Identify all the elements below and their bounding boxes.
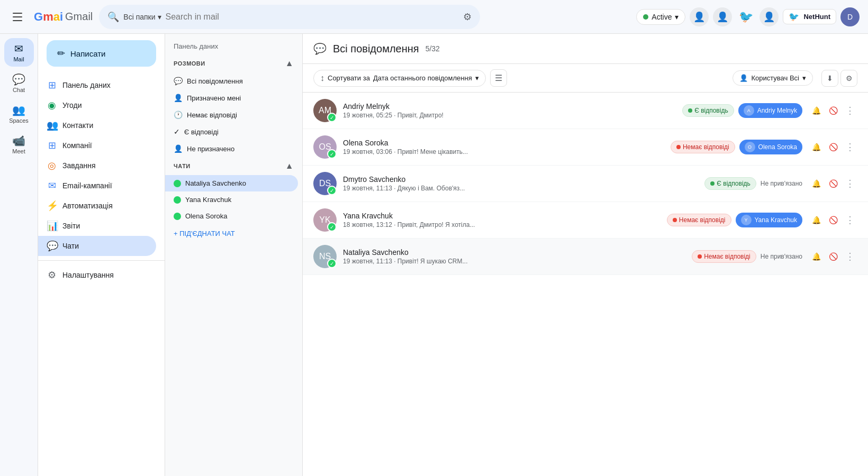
settings-icon: ⚙ — [47, 269, 57, 281]
conv-info: Dmytro Savchenko 19 жовтня, 11:13 · Дяку… — [343, 175, 698, 192]
status-badge[interactable]: Active ▾ — [636, 9, 685, 25]
filter-button[interactable]: ☰ — [490, 69, 507, 87]
unlink-icon-btn[interactable]: 🚫 — [826, 176, 840, 191]
sidebar-item-spaces[interactable]: 👥 Spaces — [4, 99, 34, 128]
user-avatar-1[interactable]: 👤 — [690, 7, 709, 26]
sidebar-item-mail[interactable]: ✉ Mail — [4, 38, 34, 67]
sort-button[interactable]: ↕ Сортувати за Дата останнього повідомле… — [313, 70, 486, 87]
mid-nav-tasks[interactable]: ◎ Завдання — [38, 155, 156, 176]
mid-nav-contacts[interactable]: 👥 Контакти — [38, 115, 156, 135]
conv-not-assigned[interactable]: 👤 Не призначено — [165, 140, 298, 157]
gmail-m-logo: Gmai — [34, 10, 63, 24]
mid-nav-reports[interactable]: 📊 Звіти — [38, 216, 156, 236]
chat-item-olena[interactable]: Olena Soroka — [165, 208, 298, 224]
assign-icon-btn[interactable]: 🔔 — [809, 249, 824, 264]
toolbar-icons: ⬇ ⚙ — [821, 70, 857, 87]
assign-icon-btn[interactable]: 🔔 — [809, 103, 824, 118]
email-campaigns-icon: ✉ — [47, 180, 57, 191]
row-actions: 🔔 🚫 ⋮ — [809, 140, 857, 154]
row-actions: 🔔 🚫 ⋮ — [809, 103, 857, 118]
mid-nav-reports-label: Звіти — [62, 222, 80, 230]
assigned-badge[interactable]: O Olena Soroka — [739, 140, 802, 154]
section-header-conversations[interactable]: РОЗМОВИ ▲ — [165, 54, 302, 72]
spaces-icon: 👥 — [12, 104, 25, 116]
whatsapp-dot-yana — [174, 196, 181, 204]
table-row[interactable]: OS ✓ Olena Soroka 19 жовтня, 03:06 · При… — [303, 129, 868, 166]
mid-nav-settings[interactable]: ⚙ Налаштування — [38, 265, 156, 285]
add-chat-button[interactable]: + ПІД'ЄДНАТИ ЧАТ — [165, 224, 302, 243]
status-pill-label: Немає відповіді — [683, 143, 729, 151]
section-chats-label: ЧАТИ — [174, 163, 191, 169]
status-pill-dot — [673, 218, 677, 222]
gmail-logo: Gmai Gmail — [34, 10, 93, 24]
assigned-name: Olena Soroka — [758, 143, 797, 151]
menu-button[interactable] — [8, 7, 28, 26]
conv-preview: 19 жовтня, 11:13 · Дякую і Вам. Обов'яз.… — [343, 185, 698, 192]
sidebar-item-meet[interactable]: 📹 Meet — [4, 130, 34, 159]
search-bar: 🔍 Всі папки ▾ ⚙ — [99, 5, 480, 29]
assigned-badge[interactable]: Y Yana Kravchuk — [736, 213, 803, 227]
mid-nav-dashboard[interactable]: ⊞ Панель даних — [38, 75, 156, 95]
assign-icon-btn[interactable]: 🔔 — [809, 176, 824, 191]
assigned-avatar: O — [745, 142, 755, 152]
more-options-button[interactable]: ⋮ — [843, 140, 857, 154]
more-options-button[interactable]: ⋮ — [843, 176, 857, 191]
table-row[interactable]: YK ✓ Yana Kravchuk 18 жовтня, 13:12 · Пр… — [303, 202, 868, 239]
assign-icon-btn[interactable]: 🔔 — [809, 140, 824, 154]
avatar-wrap: OS ✓ — [313, 135, 337, 159]
conv-meta: Немає відповіді Не прив'язано — [692, 250, 802, 263]
nethunt-bird-icon[interactable]: 🐦 — [736, 7, 755, 26]
chevron-down-icon: ▾ — [675, 13, 679, 21]
compose-button[interactable]: ✏ Написати — [47, 40, 156, 67]
mid-nav-chats[interactable]: 💬 Чати — [38, 236, 156, 256]
more-options-button[interactable]: ⋮ — [843, 103, 857, 118]
main-user-avatar[interactable]: D — [840, 7, 860, 26]
conv-has-reply[interactable]: ✓ Є відповіді — [165, 123, 298, 140]
table-row[interactable]: NS ✓ Nataliya Savchenko 19 жовтня, 11:13… — [303, 239, 868, 275]
chat-item-nataliya[interactable]: Nataliya Savchenko — [165, 175, 298, 191]
mid-nav-email-campaigns[interactable]: ✉ Email-кампанії — [38, 176, 156, 196]
whatsapp-badge: ✓ — [327, 113, 337, 122]
assigned-name: Yana Kravchuk — [755, 216, 798, 224]
table-row[interactable]: DS ✓ Dmytro Savchenko 19 жовтня, 11:13 ·… — [303, 166, 868, 202]
download-icon-btn[interactable]: ⬇ — [821, 70, 838, 87]
section-header-chats[interactable]: ЧАТИ ▲ — [165, 157, 302, 175]
conv-no-reply[interactable]: 🕐 Немає відповіді — [165, 106, 298, 123]
chat-item-yana[interactable]: Yana Kravchuk — [165, 191, 298, 208]
unlink-icon-btn[interactable]: 🚫 — [826, 249, 840, 264]
conv-name: Andriy Melnyk — [343, 102, 676, 111]
user-filter-dropdown[interactable]: 👤 Користувач Всі ▾ — [733, 70, 813, 86]
chat-item-olena-label: Olena Soroka — [185, 212, 228, 220]
avatar-wrap: DS ✓ — [313, 172, 337, 195]
all-folders-dropdown[interactable]: Всі папки ▾ — [123, 13, 161, 21]
mid-nav-automation[interactable]: ⚡ Автоматизація — [38, 196, 156, 216]
mid-nav-tasks-label: Завдання — [62, 161, 96, 170]
status-pill-label: Є відповідь — [717, 180, 750, 187]
assign-icon-btn[interactable]: 🔔 — [809, 213, 824, 227]
user-filter-label: Користувач Всі — [751, 74, 799, 82]
more-options-button[interactable]: ⋮ — [843, 249, 857, 264]
mid-nav-settings-label: Налаштування — [62, 271, 114, 279]
sidebar-item-chat[interactable]: 💬 Chat — [4, 69, 34, 97]
nethunt-brand[interactable]: 🐦 NetHunt — [783, 9, 836, 24]
search-input[interactable] — [166, 12, 459, 22]
mid-nav-companies[interactable]: ⊞ Компанії — [38, 135, 156, 155]
user-avatar-3[interactable]: 👤 — [760, 7, 779, 26]
conv-all-messages[interactable]: 💬 Всі повідомлення — [165, 72, 298, 89]
filter-icon[interactable]: ⚙ — [463, 11, 472, 23]
more-options-button[interactable]: ⋮ — [843, 213, 857, 227]
table-row[interactable]: AM ✓ Andriy Melnyk 19 жовтня, 05:25 · Пр… — [303, 93, 868, 129]
unlink-icon-btn[interactable]: 🚫 — [826, 140, 840, 154]
gear-icon-btn[interactable]: ⚙ — [840, 70, 857, 87]
user-avatar-2[interactable]: 👤 — [713, 7, 732, 26]
mid-nav-deals[interactable]: ◉ Угоди — [38, 95, 156, 115]
conv-all-messages-label: Всі повідомлення — [187, 77, 243, 85]
unlink-icon-btn[interactable]: 🚫 — [826, 213, 840, 227]
unlink-icon-btn[interactable]: 🚫 — [826, 103, 840, 118]
topbar: Gmai Gmail 🔍 Всі папки ▾ ⚙ Active ▾ 👤 👤 … — [0, 0, 868, 34]
nethunt-label: NetHunt — [803, 13, 830, 21]
mid-nav-companies-label: Компанії — [62, 141, 92, 150]
assigned-badge[interactable]: A Andriy Melnyk — [738, 103, 802, 118]
sort-field: Дата останнього повідомлення — [373, 74, 472, 82]
conv-assigned-to-me[interactable]: 👤 Призначено мені — [165, 89, 298, 106]
